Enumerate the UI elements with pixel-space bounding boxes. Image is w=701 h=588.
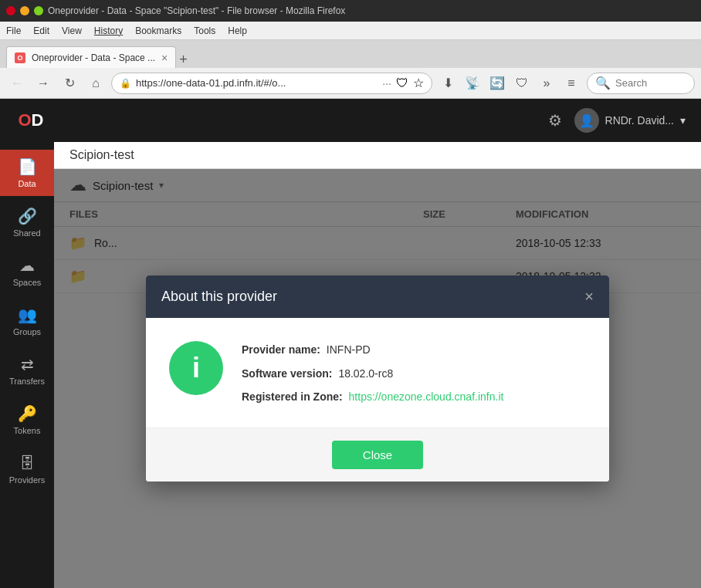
toolbar-icons: ⬇ 📡 🔄 🛡 » ≡ [437, 73, 582, 94]
software-version-label: Software version: [242, 367, 332, 380]
security-icon: 🔒 [120, 78, 131, 89]
sidebar-item-tokens[interactable]: 🔑 Tokens [0, 397, 54, 443]
sidebar-item-transfers[interactable]: ⇄ Transfers [0, 347, 54, 394]
user-avatar: 👤 [574, 108, 599, 133]
browser-tab[interactable]: O Oneprovider - Data - Space ... × [6, 46, 176, 68]
main-content: Scipion-test ☁ Scipion-test ▾ FILES SIZE… [54, 142, 701, 588]
software-version-row: Software version: 18.02.0-rc8 [242, 365, 586, 382]
file-browser: ☁ Scipion-test ▾ FILES SIZE MODIFICATION [54, 169, 701, 588]
shield-icon: 🛡 [396, 76, 408, 90]
registered-zone-link[interactable]: https://onezone.cloud.cnaf.infn.it [349, 390, 504, 403]
back-button[interactable]: ← [6, 73, 28, 94]
user-name: RNDr. David... [605, 114, 674, 127]
about-provider-modal: About this provider × i Provider name: [146, 275, 609, 481]
browser-tabs: O Oneprovider - Data - Space ... × + [0, 40, 701, 68]
sidebar-item-label: Data [18, 179, 36, 188]
menu-file[interactable]: File [6, 25, 21, 36]
browser-titlebar: Oneprovider - Data - Space "Scipion-test… [0, 0, 701, 22]
modal-header: About this provider × [146, 275, 609, 318]
menu-history[interactable]: History [94, 25, 123, 36]
sync-icon[interactable]: 🔄 [486, 73, 508, 94]
download-icon[interactable]: ⬇ [437, 73, 459, 94]
address-bar[interactable]: 🔒 ··· 🛡 ☆ [111, 73, 432, 94]
sidebar-item-label: Providers [9, 475, 45, 485]
app-body: 📄 Data 🔗 Shared ☁ Spaces 👥 Groups ⇄ Tran… [0, 142, 701, 588]
sidebar-item-label: Groups [13, 327, 41, 336]
menu-help[interactable]: Help [228, 25, 247, 36]
user-dropdown-icon: ▾ [680, 114, 686, 127]
groups-icon: 👥 [18, 306, 37, 324]
provider-name-label: Provider name: [242, 343, 320, 356]
window-title: Oneprovider - Data - Space "Scipion-test… [48, 5, 695, 16]
sidebar-item-providers[interactable]: 🗄 Providers [0, 446, 54, 492]
menu-icon[interactable]: ≡ [560, 73, 582, 94]
rss-icon[interactable]: 📡 [462, 73, 483, 94]
registered-zone-row: Registered in Zone: https://onezone.clou… [242, 388, 586, 405]
gear-button[interactable]: ⚙ [548, 111, 562, 130]
provider-name-value: INFN-PD [327, 343, 371, 356]
spaces-icon: ☁ [19, 256, 35, 275]
tab-title: Oneprovider - Data - Space ... [32, 52, 155, 63]
menu-tools[interactable]: Tools [194, 25, 215, 36]
transfers-icon: ⇄ [21, 355, 34, 373]
data-icon: 📄 [18, 157, 37, 176]
new-tab-button[interactable]: + [179, 52, 188, 68]
sidebar: 📄 Data 🔗 Shared ☁ Spaces 👥 Groups ⇄ Tran… [0, 142, 54, 588]
search-icon: 🔍 [595, 76, 611, 90]
star-icon[interactable]: ☆ [413, 76, 424, 90]
tab-favicon: O [15, 52, 25, 63]
app-logo: OD [15, 105, 46, 136]
forward-button[interactable]: → [32, 73, 54, 94]
close-button[interactable]: Close [332, 441, 423, 469]
window-maximize-btn[interactable] [34, 6, 43, 15]
info-icon-circle: i [169, 341, 223, 395]
modal-overlay: About this provider × i Provider name: [54, 169, 701, 588]
extensions-icon[interactable]: » [536, 73, 557, 94]
window-minimize-btn[interactable] [20, 6, 29, 15]
modal-body: i Provider name: INFN-PD Software versio… [146, 318, 609, 427]
shared-icon: 🔗 [18, 207, 37, 225]
search-input[interactable] [615, 77, 693, 89]
modal-close-button[interactable]: × [584, 288, 594, 306]
sidebar-item-groups[interactable]: 👥 Groups [0, 298, 54, 344]
modal-title: About this provider [161, 289, 277, 305]
window-close-btn[interactable] [6, 6, 15, 15]
user-area[interactable]: 👤 RNDr. David... ▾ [574, 108, 686, 133]
providers-icon: 🗄 [19, 455, 35, 472]
software-version-value: 18.02.0-rc8 [338, 367, 393, 380]
browser-menu: File Edit View History Bookmarks Tools H… [0, 22, 701, 40]
info-icon: i [192, 352, 200, 384]
sidebar-item-label: Spaces [13, 278, 42, 287]
modal-footer: Close [146, 427, 609, 482]
sidebar-item-label: Transfers [9, 377, 45, 386]
tab-close-btn[interactable]: × [161, 52, 168, 64]
menu-edit[interactable]: Edit [33, 25, 49, 36]
breadcrumb: Scipion-test [54, 142, 701, 169]
menu-bookmarks[interactable]: Bookmarks [135, 25, 181, 36]
home-button[interactable]: ⌂ [85, 73, 107, 94]
shield-icon[interactable]: 🛡 [511, 73, 533, 94]
sidebar-item-label: Tokens [14, 426, 41, 435]
registered-zone-label: Registered in Zone: [242, 390, 343, 403]
search-box[interactable]: 🔍 [587, 73, 695, 94]
tokens-icon: 🔑 [18, 404, 37, 423]
browser-toolbar: ← → ↻ ⌂ 🔒 ··· 🛡 ☆ ⬇ 📡 🔄 🛡 » ≡ 🔍 [0, 68, 701, 99]
modal-info: Provider name: INFN-PD Software version:… [242, 341, 586, 411]
sidebar-item-shared[interactable]: 🔗 Shared [0, 199, 54, 245]
app-container: OD ⚙ 👤 RNDr. David... ▾ 📄 Data 🔗 Shared … [0, 99, 701, 588]
sidebar-item-data[interactable]: 📄 Data [0, 150, 54, 196]
menu-view[interactable]: View [62, 25, 82, 36]
provider-name-row: Provider name: INFN-PD [242, 341, 586, 358]
app-header: OD ⚙ 👤 RNDr. David... ▾ [0, 99, 701, 142]
reload-button[interactable]: ↻ [59, 73, 80, 94]
sidebar-item-label: Shared [13, 228, 40, 238]
sidebar-item-spaces[interactable]: ☁ Spaces [0, 248, 54, 295]
more-options-icon[interactable]: ··· [382, 77, 391, 90]
address-input[interactable] [136, 77, 378, 89]
